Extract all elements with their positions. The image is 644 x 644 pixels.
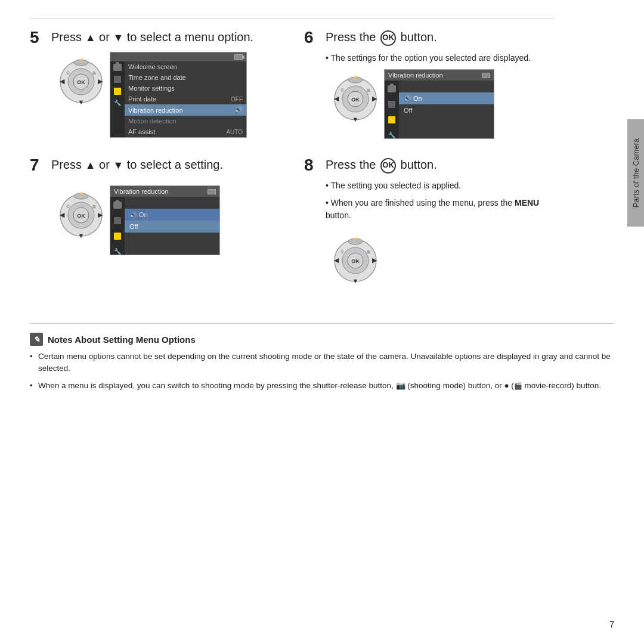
svg-text:⚡: ⚡ bbox=[353, 236, 358, 242]
vr-item-on-7: 🔊 On bbox=[125, 209, 219, 221]
svg-text:⊠: ⊠ bbox=[92, 71, 96, 75]
step-5-title: Press ▲ or ▼ to select a menu option. bbox=[51, 29, 253, 45]
notes-icon: ✎ bbox=[30, 333, 43, 346]
svg-text:◀: ◀ bbox=[334, 256, 339, 264]
step-7-number: 7 bbox=[30, 157, 47, 174]
notes-title-text: Notes About Setting Menu Options bbox=[48, 335, 196, 345]
svg-text:▼: ▼ bbox=[352, 116, 359, 123]
step-6-number: 6 bbox=[304, 29, 321, 46]
svg-text:©: © bbox=[340, 88, 344, 92]
svg-text:⊠: ⊠ bbox=[367, 88, 370, 92]
vr-items-7: 🔊 On Off bbox=[125, 197, 219, 255]
svg-text:◀: ◀ bbox=[334, 95, 339, 102]
notes-box: ✎ Notes About Setting Menu Options Certa… bbox=[30, 333, 614, 392]
menu-item-af: AF assist AUTO bbox=[125, 126, 246, 137]
svg-text:▼: ▼ bbox=[352, 277, 359, 284]
svg-text:©: © bbox=[66, 71, 70, 75]
step-6-body: • The settings for the option you select… bbox=[304, 52, 555, 139]
menu-screen-5: 🔧 Welcome screen Time zone and date bbox=[110, 52, 247, 138]
vr-screen-6: Vibration reduction 🔧 bbox=[384, 69, 494, 139]
svg-text:OK: OK bbox=[351, 258, 360, 264]
svg-text:◀: ◀ bbox=[60, 211, 65, 218]
vr-body-7: 🔧 🔊 On Off bbox=[110, 197, 219, 255]
side-tab-text: Parts of the Camera bbox=[631, 138, 640, 208]
menu-header-5 bbox=[110, 52, 246, 61]
step-5: 5 Press ▲ or ▼ to select a menu option. bbox=[30, 29, 280, 139]
step-7-header: 7 Press ▲ or ▼ to select a setting. bbox=[30, 157, 280, 174]
step-6-header: 6 Press the OK button. bbox=[304, 29, 555, 46]
battery-icon-5 bbox=[234, 54, 243, 60]
svg-text:▶: ▶ bbox=[98, 78, 103, 85]
step-8-body: • The setting you selected is applied. •… bbox=[304, 179, 555, 284]
vr-sidebar-6: 🔧 bbox=[385, 80, 399, 138]
steps-grid: 5 Press ▲ or ▼ to select a menu option. bbox=[30, 29, 555, 296]
step-8-illustration: OK ▲ ▼ ◀ ▶ ⚡ © ⊠ bbox=[326, 231, 555, 284]
step-7-body: OK ▲ ▼ ◀ ▶ ⚡ © ⊠ Vibration reduction bbox=[30, 185, 280, 255]
main-content: 5 Press ▲ or ▼ to select a menu option. bbox=[0, 0, 584, 314]
step-6-title: Press the OK button. bbox=[326, 29, 437, 46]
step-5-header: 5 Press ▲ or ▼ to select a menu option. bbox=[30, 29, 280, 46]
menu-item-welcome: Welcome screen bbox=[125, 61, 246, 72]
step-8-header: 8 Press the OK button. bbox=[304, 157, 555, 174]
menu-body-5: 🔧 Welcome screen Time zone and date bbox=[110, 61, 246, 137]
side-tab: Parts of the Camera bbox=[627, 119, 644, 227]
step-7-illustration: OK ▲ ▼ ◀ ▶ ⚡ © ⊠ Vibration reduction bbox=[51, 185, 280, 255]
camera-dial-5: OK ▲ ▼ ◀ ▶ ⚡ © ⊠ bbox=[57, 52, 105, 106]
svg-text:▼: ▼ bbox=[78, 232, 85, 239]
vr-item-off-7: Off bbox=[125, 221, 219, 233]
step-8: 8 Press the OK button. • The setting you… bbox=[304, 157, 555, 284]
step-8-title: Press the OK button. bbox=[326, 157, 437, 174]
step-6-illustration: OK ▲ ▼ ◀ ▶ ⚡ © ⊠ Vibration reduction bbox=[326, 69, 555, 139]
menu-sidebar-5: 🔧 bbox=[110, 61, 125, 137]
svg-text:⚡: ⚡ bbox=[79, 57, 84, 63]
step-7: 7 Press ▲ or ▼ to select a setting. OK ▲… bbox=[30, 157, 280, 284]
vr-body-6: 🔧 🔊 On Off bbox=[385, 80, 494, 138]
svg-text:⚡: ⚡ bbox=[353, 75, 358, 80]
svg-text:⊠: ⊠ bbox=[367, 250, 370, 254]
svg-text:▶: ▶ bbox=[372, 95, 377, 102]
vr-items-6: 🔊 On Off bbox=[399, 80, 494, 138]
svg-text:OK: OK bbox=[351, 97, 360, 103]
svg-text:▶: ▶ bbox=[372, 256, 377, 264]
vr-item-off-6: Off bbox=[399, 104, 494, 116]
svg-text:▶: ▶ bbox=[98, 211, 103, 218]
battery-icon-6 bbox=[482, 73, 490, 78]
bottom-section: ✎ Notes About Setting Menu Options Certa… bbox=[0, 323, 644, 392]
step-6: 6 Press the OK button. • The settings fo… bbox=[304, 29, 555, 139]
menu-item-vibration: Vibration reduction 🔊 bbox=[125, 104, 246, 116]
step-8-desc2: • When you are finished using the menu, … bbox=[326, 197, 555, 222]
step-5-body: OK ▲ ▼ ◀ ▶ ⚡ © ⊠ bbox=[30, 52, 280, 138]
notes-title: ✎ Notes About Setting Menu Options bbox=[30, 333, 614, 346]
menu-items-5: Welcome screen Time zone and date Monito… bbox=[125, 61, 246, 137]
step-5-illustration: OK ▲ ▼ ◀ ▶ ⚡ © ⊠ bbox=[51, 52, 280, 138]
page-number: 7 bbox=[609, 620, 614, 629]
svg-text:◀: ◀ bbox=[60, 78, 65, 85]
svg-text:▼: ▼ bbox=[78, 98, 85, 106]
step-6-desc: • The settings for the option you select… bbox=[326, 52, 555, 64]
menu-item-printdate: Print date OFF bbox=[125, 94, 246, 104]
notes-item-2: When a menu is displayed, you can switch… bbox=[30, 380, 614, 392]
svg-text:©: © bbox=[66, 205, 70, 209]
svg-text:OK: OK bbox=[77, 79, 85, 85]
vr-item-on-6: 🔊 On bbox=[399, 92, 494, 104]
divider-bottom bbox=[30, 323, 614, 324]
step-8-number: 8 bbox=[304, 157, 321, 174]
camera-dial-8: OK ▲ ▼ ◀ ▶ ⚡ © ⊠ bbox=[332, 231, 379, 284]
svg-text:©: © bbox=[340, 250, 344, 254]
step-7-title: Press ▲ or ▼ to select a setting. bbox=[51, 157, 223, 172]
menu-item-motion: Motion detection bbox=[125, 116, 246, 126]
vr-sidebar-7: 🔧 bbox=[110, 197, 125, 255]
camera-dial-7: OK ▲ ▼ ◀ ▶ ⚡ © ⊠ bbox=[57, 185, 105, 239]
vr-header-6: Vibration reduction bbox=[385, 70, 494, 80]
vr-header-7: Vibration reduction bbox=[110, 186, 219, 197]
step-8-desc1: • The setting you selected is applied. bbox=[326, 179, 555, 192]
notes-item-1: Certain menu options cannot be set depen… bbox=[30, 351, 614, 375]
step-5-number: 5 bbox=[30, 29, 47, 46]
svg-text:⚡: ⚡ bbox=[79, 191, 84, 196]
svg-text:OK: OK bbox=[77, 213, 85, 219]
camera-dial-6: OK ▲ ▼ ◀ ▶ ⚡ © ⊠ bbox=[332, 69, 379, 123]
svg-text:⊠: ⊠ bbox=[92, 205, 96, 209]
menu-item-timezone: Time zone and date bbox=[125, 72, 246, 83]
top-divider bbox=[30, 18, 555, 18]
menu-item-monitor: Monitor settings bbox=[125, 83, 246, 94]
